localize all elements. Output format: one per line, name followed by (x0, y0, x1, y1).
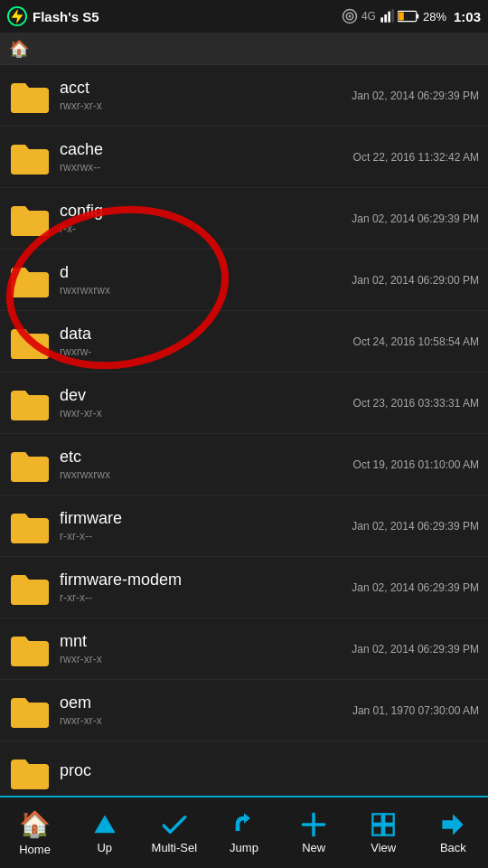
toolbar-home-label: Home (19, 843, 51, 856)
file-perms: r-xr-x-- (60, 591, 352, 604)
list-item[interactable]: cache rwxrwx-- Oct 22, 2016 11:32:42 AM (0, 127, 488, 188)
list-item[interactable]: proc (0, 741, 488, 796)
toolbar-view-button[interactable]: View (349, 797, 418, 868)
file-name: dev (60, 386, 353, 406)
toolbar-jump-button[interactable]: Jump (209, 797, 278, 868)
list-item[interactable]: dev rwxr-xr-x Oct 23, 2016 03:33:31 AM (0, 373, 488, 434)
file-info: config r-x- (60, 202, 352, 236)
file-name: data (60, 325, 353, 344)
file-info: d rwxrwxrwx (60, 263, 352, 297)
file-perms: rwxrwx-- (60, 161, 353, 174)
svg-rect-8 (391, 9, 394, 23)
file-date: Jan 02, 2014 06:29:39 PM (352, 520, 479, 533)
file-name: firmware (60, 509, 352, 529)
battery-pct: 28% (423, 10, 446, 24)
file-date: Jan 02, 2014 06:29:00 PM (352, 274, 479, 287)
file-perms: rwxrwxrwx (60, 284, 352, 297)
folder-icon (9, 693, 51, 729)
list-item[interactable]: acct rwxr-xr-x Jan 02, 2014 06:29:39 PM (0, 65, 488, 127)
svg-rect-11 (399, 13, 404, 21)
list-item[interactable]: d rwxrwxrwx Jan 02, 2014 06:29:00 PM (0, 250, 488, 311)
flash-icon (7, 6, 27, 26)
toolbar-back-button[interactable]: Back (418, 797, 488, 868)
file-info: firmware r-xr-x-- (60, 509, 352, 543)
toolbar-back-label: Back (440, 841, 466, 854)
file-name: config (60, 202, 352, 222)
file-info: data rwxrw- (60, 325, 353, 359)
file-date: Jan 01, 1970 07:30:00 AM (352, 704, 479, 717)
list-item[interactable]: mnt rwxr-xr-x Jan 02, 2014 06:29:39 PM (0, 618, 488, 680)
toolbar-up-button[interactable]: Up (70, 797, 139, 868)
file-name: oem (60, 693, 352, 713)
toolbar-multisel-button[interactable]: Multi-Sel (139, 797, 209, 868)
toolbar-new-label: New (302, 841, 325, 854)
file-date: Oct 22, 2016 11:32:42 AM (353, 151, 479, 164)
toolbar-home-button[interactable]: 🏠 Home (0, 797, 70, 868)
file-name: mnt (60, 632, 352, 652)
file-perms: rwxrw- (60, 345, 353, 358)
file-perms: r-xr-x-- (60, 530, 352, 542)
status-right: 4G 28% 1:03 (342, 8, 481, 24)
svg-point-4 (348, 15, 351, 18)
jump-icon (231, 812, 257, 837)
file-date: Jan 02, 2014 06:29:39 PM (352, 90, 479, 102)
file-name: d (60, 263, 352, 283)
list-item[interactable]: data rwxrw- Oct 24, 2016 10:58:54 AM (0, 311, 488, 373)
breadcrumb-bar[interactable]: 🏠 (0, 33, 488, 65)
folder-icon (9, 508, 51, 544)
folder-icon (9, 201, 51, 237)
folder-icon (9, 324, 51, 360)
svg-rect-5 (380, 17, 383, 22)
folder-icon (9, 262, 51, 298)
folder-icon (9, 570, 51, 606)
battery-icon (398, 10, 419, 23)
toolbar-multisel-label: Multi-Sel (152, 841, 198, 854)
svg-rect-19 (384, 826, 394, 835)
folder-icon (9, 385, 51, 421)
file-info: etc rwxrwxrwx (60, 448, 353, 482)
file-list: acct rwxr-xr-x Jan 02, 2014 06:29:39 PM … (0, 65, 488, 796)
file-perms: rwxr-xr-x (60, 714, 352, 727)
list-item[interactable]: oem rwxr-xr-x Jan 01, 1970 07:30:00 AM (0, 680, 488, 741)
file-date: Oct 23, 2016 03:33:31 AM (353, 397, 479, 410)
svg-rect-6 (384, 14, 387, 23)
file-perms: rwxr-xr-x (60, 407, 353, 420)
target-icon (342, 8, 358, 24)
app-name: Flash's S5 (33, 9, 99, 24)
status-bar: Flash's S5 4G 28% 1:03 (0, 0, 488, 33)
file-info: firmware-modem r-xr-x-- (60, 571, 352, 605)
svg-rect-10 (417, 14, 418, 19)
view-icon (371, 812, 396, 837)
toolbar-jump-label: Jump (230, 841, 258, 854)
toolbar-up-label: Up (97, 841, 112, 854)
svg-marker-13 (94, 815, 115, 833)
svg-rect-7 (388, 12, 390, 23)
file-perms: rwxr-xr-x (60, 653, 352, 665)
new-icon (301, 812, 326, 837)
file-date: Oct 19, 2016 01:10:00 AM (353, 458, 479, 471)
folder-icon (9, 631, 51, 667)
file-info: dev rwxr-xr-x (60, 386, 353, 420)
back-icon (440, 812, 465, 837)
file-perms: rwxr-xr-x (60, 99, 352, 112)
list-item[interactable]: firmware-modem r-xr-x-- Jan 02, 2014 06:… (0, 557, 488, 618)
svg-rect-18 (373, 826, 383, 835)
file-info: oem rwxr-xr-x (60, 693, 352, 728)
status-time: 1:03 (454, 9, 481, 24)
list-item[interactable]: etc rwxrwxrwx Oct 19, 2016 01:10:00 AM (0, 434, 488, 495)
toolbar-new-button[interactable]: New (279, 797, 349, 868)
signal-4g: 4G (361, 10, 376, 23)
list-item[interactable]: firmware r-xr-x-- Jan 02, 2014 06:29:39 … (0, 495, 488, 557)
breadcrumb-home-icon: 🏠 (9, 39, 29, 59)
file-name: etc (60, 448, 353, 467)
folder-icon (9, 139, 51, 175)
file-date: Jan 02, 2014 06:29:39 PM (352, 581, 479, 594)
file-info: mnt rwxr-xr-x (60, 632, 352, 666)
svg-marker-20 (443, 814, 464, 835)
folder-icon (9, 754, 51, 790)
folder-icon (9, 447, 51, 483)
file-name: proc (60, 761, 479, 781)
signal-icon (380, 9, 394, 24)
file-info: acct rwxr-xr-x (60, 79, 352, 113)
list-item[interactable]: config r-x- Jan 02, 2014 06:29:39 PM (0, 188, 488, 250)
